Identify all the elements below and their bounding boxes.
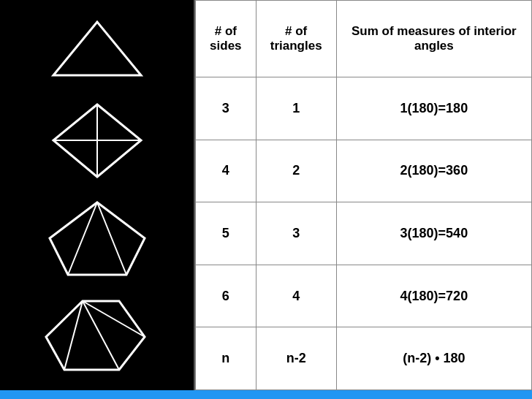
main-content: # of sides # of triangles Sum of measure…	[0, 0, 532, 390]
cell-sum-4: (n-2) • 180	[336, 327, 531, 390]
cell-sum-0: 1(180)=180	[336, 77, 531, 140]
svg-marker-4	[50, 202, 145, 275]
shape-hexagon	[15, 299, 179, 372]
data-table: # of sides # of triangles Sum of measure…	[195, 0, 532, 390]
header-triangles: # of triangles	[256, 1, 336, 77]
cell-sides-4: n	[196, 327, 256, 390]
cell-sides-1: 4	[196, 140, 256, 202]
cell-sides-3: 6	[196, 265, 256, 327]
svg-marker-7	[46, 301, 145, 370]
hexagon-svg	[42, 299, 152, 372]
cell-triangles-3: 4	[256, 265, 336, 327]
cell-triangles-2: 3	[256, 202, 336, 265]
table-panel: # of sides # of triangles Sum of measure…	[194, 0, 532, 390]
table-row: 4 2 2(180)=360	[196, 140, 532, 202]
bottom-bar	[0, 390, 532, 399]
table-row: 3 1 1(180)=180	[196, 77, 532, 140]
table-row: 5 3 3(180)=540	[196, 202, 532, 265]
header-sum: Sum of measures of interior angles	[336, 1, 531, 77]
table-row: n n-2 (n-2) • 180	[196, 327, 532, 390]
cell-triangles-0: 1	[256, 77, 336, 140]
cell-sum-1: 2(180)=360	[336, 140, 531, 202]
cell-triangles-4: n-2	[256, 327, 336, 390]
triangle-svg	[46, 18, 148, 80]
cell-sum-3: 4(180)=720	[336, 265, 531, 327]
shape-triangle	[15, 18, 179, 80]
pentagon-svg	[46, 200, 148, 277]
shape-quadrilateral	[15, 102, 179, 179]
cell-triangles-1: 2	[256, 140, 336, 202]
quad-svg	[50, 102, 145, 179]
cell-sides-2: 5	[196, 202, 256, 265]
shapes-panel	[0, 0, 194, 390]
svg-marker-0	[53, 22, 141, 75]
cell-sides-0: 3	[196, 77, 256, 140]
header-sides: # of sides	[196, 1, 256, 77]
shape-pentagon	[15, 200, 179, 277]
cell-sum-2: 3(180)=540	[336, 202, 531, 265]
table-row: 6 4 4(180)=720	[196, 265, 532, 327]
